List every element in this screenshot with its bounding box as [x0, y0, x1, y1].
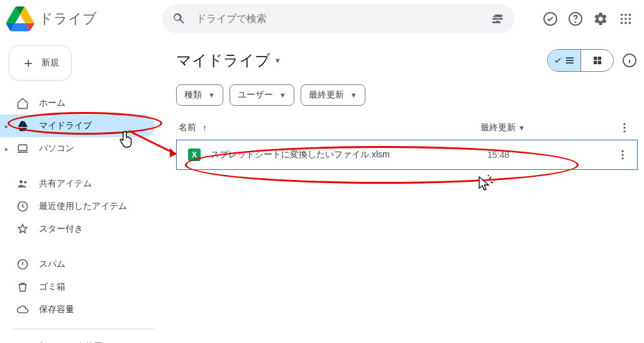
svg-rect-26 [597, 61, 601, 64]
svg-point-11 [629, 14, 631, 16]
chevron-down-icon: ▼ [518, 124, 525, 132]
svg-point-29 [623, 127, 625, 128]
svg-point-10 [625, 14, 627, 16]
header: ドライブ [0, 0, 644, 38]
sidebar-item-label: マイドライブ [39, 120, 92, 132]
sidebar-item-label: スパム [39, 259, 65, 270]
grid-view-button[interactable] [580, 50, 613, 71]
sidebar-item-label: 最近使用したアイテム [39, 201, 127, 212]
svg-point-20 [24, 181, 26, 183]
svg-point-31 [621, 150, 623, 152]
filter-type[interactable]: 種類 ▼ [176, 84, 223, 106]
svg-point-15 [621, 22, 623, 25]
sidebar-item-label: ゴミ箱 [39, 281, 65, 293]
more-icon[interactable] [616, 120, 633, 136]
svg-point-3 [498, 14, 501, 17]
logo-area: ドライブ [6, 6, 157, 31]
sidebar: ＋ 新規 ホーム ▸ マイドライブ ▸ パソコン [0, 38, 164, 343]
chevron-down-icon: ▼ [279, 91, 286, 99]
column-name[interactable]: 名前 ↑ [179, 122, 480, 133]
ready-offline-icon[interactable] [542, 11, 558, 27]
star-icon [16, 223, 29, 235]
excel-file-icon: X [188, 149, 201, 161]
chevron-down-icon: ▼ [208, 91, 215, 99]
view-toggle [547, 49, 614, 72]
spam-icon [16, 258, 29, 271]
sidebar-item-starred[interactable]: スター付き [0, 218, 155, 240]
sidebar-item-label: 保存容量 [39, 304, 74, 315]
storage-usage: 15 GB 中 280 KB を使用 [0, 337, 164, 343]
svg-point-13 [625, 18, 627, 20]
svg-point-4 [494, 18, 497, 20]
main: マイドライブ ▼ 種類 ▼ ユーザー ▼ [176, 43, 638, 343]
home-icon [16, 97, 29, 110]
svg-point-30 [623, 130, 625, 132]
trash-icon [16, 281, 29, 293]
column-modified[interactable]: 最終更新 ▼ [480, 122, 581, 133]
sidebar-item-label: 共有アイテム [39, 178, 92, 189]
svg-point-28 [623, 123, 625, 125]
sidebar-item-trash[interactable]: ゴミ箱 [0, 276, 155, 298]
svg-point-8 [575, 22, 576, 23]
drive-icon [16, 120, 29, 132]
sidebar-item-storage[interactable]: 保存容量 [0, 298, 155, 321]
sidebar-item-mydrive[interactable]: ▸ マイドライブ [0, 115, 155, 137]
apps-icon[interactable] [618, 11, 634, 27]
svg-rect-25 [594, 61, 597, 64]
chevron-right-icon[interactable]: ▸ [5, 123, 8, 130]
sidebar-item-computers[interactable]: ▸ パソコン [0, 137, 155, 160]
laptop-icon [16, 142, 29, 155]
svg-point-17 [629, 22, 631, 25]
svg-rect-24 [597, 57, 601, 60]
file-row[interactable]: X スプレッドシートに変換したいファイル.xlsm 15:48 [176, 140, 638, 170]
info-icon[interactable] [621, 52, 638, 69]
sidebar-item-label: ホーム [39, 98, 65, 109]
svg-point-32 [621, 154, 623, 155]
svg-point-9 [621, 14, 623, 16]
app-name: ドライブ [39, 9, 97, 28]
filter-label: ユーザー [238, 89, 273, 101]
plus-icon: ＋ [21, 56, 35, 70]
search-icon [171, 11, 187, 27]
page-title-dropdown[interactable]: マイドライブ ▼ [176, 50, 281, 70]
list-view-button[interactable] [548, 50, 580, 71]
sidebar-item-spam[interactable]: スパム [0, 253, 155, 276]
people-icon [16, 177, 29, 190]
chevron-down-icon: ▼ [350, 91, 357, 99]
help-icon[interactable] [567, 11, 584, 27]
chevron-down-icon: ▼ [274, 57, 281, 64]
svg-point-33 [621, 157, 623, 159]
gear-icon[interactable] [592, 11, 609, 27]
drive-logo-icon [6, 6, 34, 31]
sidebar-item-home[interactable]: ホーム [0, 92, 155, 115]
svg-point-12 [621, 18, 623, 20]
filter-label: 最終更新 [309, 89, 344, 101]
cloud-icon [16, 303, 29, 316]
file-more-icon[interactable] [614, 147, 631, 163]
new-button-label: 新規 [42, 57, 59, 69]
sidebar-item-shared[interactable]: 共有アイテム [0, 172, 155, 195]
file-name: スプレッドシートに変換したいファイル.xlsm [211, 149, 477, 160]
svg-point-5 [498, 21, 501, 24]
page-title: マイドライブ [176, 50, 270, 70]
file-modified: 15:48 [487, 150, 563, 160]
chevron-right-icon[interactable]: ▸ [5, 145, 8, 152]
svg-rect-18 [18, 145, 26, 150]
svg-point-14 [629, 18, 631, 20]
arrow-up-icon: ↑ [203, 123, 207, 133]
divider [13, 329, 155, 329]
search-options-icon[interactable] [489, 11, 506, 27]
new-button[interactable]: ＋ 新規 [9, 45, 72, 81]
filter-user[interactable]: ユーザー ▼ [230, 84, 294, 106]
svg-point-16 [625, 22, 627, 25]
filter-label: 種類 [184, 89, 202, 101]
svg-rect-23 [594, 57, 597, 60]
filter-modified[interactable]: 最終更新 ▼ [301, 84, 365, 106]
columns-header: 名前 ↑ 最終更新 ▼ [176, 120, 638, 140]
svg-point-19 [19, 180, 23, 183]
search-input[interactable] [196, 13, 480, 25]
search-bar[interactable] [162, 4, 514, 33]
sidebar-item-label: パソコン [39, 143, 74, 154]
clock-icon [16, 200, 29, 213]
sidebar-item-recent[interactable]: 最近使用したアイテム [0, 195, 155, 218]
